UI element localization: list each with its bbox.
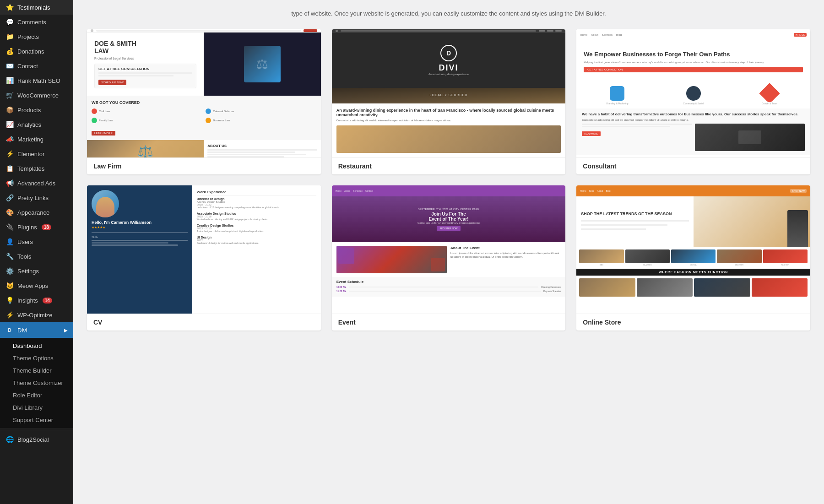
woocommerce-icon: 🛒 (5, 92, 14, 99)
sidebar-label: Users (17, 238, 33, 245)
sidebar-item-testimonials[interactable]: ⭐ Testimonials (0, 0, 73, 15)
marketing-icon: 📣 (5, 135, 14, 143)
sidebar-label: Contact (17, 63, 38, 70)
submenu-item-divi-library[interactable]: Divi Library (0, 401, 73, 414)
sidebar-item-donations[interactable]: 💰 Donations (0, 44, 73, 59)
template-card-consultant[interactable]: Home About Services Blog HIRE US We Empo… (576, 29, 810, 174)
template-card-event[interactable]: Home About Schedule Contact SEPTEMBER 5T… (332, 185, 566, 331)
sidebar-item-pretty-links[interactable]: 🔗 Pretty Links (0, 190, 73, 205)
template-card-law-firm[interactable]: DOE & SMITHLAW Professional Legal Servic… (87, 29, 321, 174)
sidebar-label: Divi (17, 327, 27, 334)
appearance-icon: 🎨 (5, 209, 14, 216)
sidebar-item-settings[interactable]: ⚙️ Settings (0, 264, 73, 278)
sidebar-label: Donations (17, 48, 44, 55)
sidebar-label: Projects (17, 33, 39, 40)
sidebar-label: Meow Apps (17, 282, 48, 289)
products-icon: 📦 (5, 106, 14, 114)
sidebar-item-rank-math[interactable]: 📊 Rank Math SEO (0, 73, 73, 88)
sidebar-label: Plugins (17, 224, 37, 231)
users-icon: 👤 (5, 238, 14, 245)
sidebar-item-insights[interactable]: 💡 Insights 14 (0, 293, 73, 308)
sidebar-item-comments[interactable]: 💬 Comments (0, 15, 73, 29)
sidebar-label: Testimonials (17, 4, 50, 11)
sidebar-item-wp-optimize[interactable]: ⚡ WP-Optimize (0, 308, 73, 322)
blog2social-icon: 🌐 (5, 436, 14, 443)
template-card-online-store[interactable]: Home Shop About Blog SHOP NOW SHOP THE L… (576, 185, 810, 331)
sidebar-item-contact[interactable]: ✉️ Contact (0, 59, 73, 73)
submenu-item-theme-builder[interactable]: Theme Builder (0, 364, 73, 377)
divi-submenu: Dashboard Theme Options Theme Builder Th… (0, 338, 73, 428)
template-preview-restaurant: D DIVI Award-winning dining experience L… (332, 29, 566, 157)
testimonials-icon: ⭐ (5, 4, 14, 11)
sidebar-label: Elementor (17, 151, 44, 157)
sidebar-item-plugins[interactable]: 🔌 Plugins 18 (0, 220, 73, 234)
sidebar-label: Pretty Links (17, 195, 49, 201)
elementor-icon: ⚡ (5, 150, 14, 157)
template-label-restaurant: Restaurant (332, 157, 566, 174)
template-preview-event: Home About Schedule Contact SEPTEMBER 5T… (332, 185, 566, 314)
sidebar-label: Rank Math SEO (17, 77, 60, 84)
submenu-item-dashboard[interactable]: Dashboard (0, 340, 73, 352)
sidebar-item-appearance[interactable]: 🎨 Appearance (0, 205, 73, 220)
template-label-online-store: Online Store (576, 314, 810, 331)
template-label-consultant: Consultant (576, 157, 810, 174)
sidebar-item-products[interactable]: 📦 Products (0, 103, 73, 117)
sidebar-label: Appearance (17, 209, 49, 216)
page-intro-text: type of website. Once your website is ge… (288, 9, 609, 18)
submenu-item-theme-options[interactable]: Theme Options (0, 352, 73, 364)
main-content: type of website. Once your website is ge… (73, 0, 824, 504)
settings-icon: ⚙️ (5, 267, 14, 275)
templates-icon: 📋 (5, 165, 14, 172)
sidebar-item-users[interactable]: 👤 Users (0, 234, 73, 249)
sidebar-label: Templates (17, 165, 44, 172)
sidebar-item-advanced-ads[interactable]: 📢 Advanced Ads (0, 176, 73, 190)
sidebar-label: Products (17, 107, 41, 114)
sidebar-label: Insights (17, 297, 38, 304)
template-label-law-firm: Law Firm (87, 157, 321, 174)
advanced-ads-icon: 📢 (5, 179, 14, 187)
submenu-item-theme-customizer[interactable]: Theme Customizer (0, 377, 73, 389)
divi-arrow-icon: ▶ (64, 328, 68, 333)
template-preview-store: Home Shop About Blog SHOP NOW SHOP THE L… (576, 185, 810, 314)
sidebar-label: Marketing (17, 136, 43, 143)
template-label-cv: CV (87, 314, 321, 331)
contact-icon: ✉️ (5, 62, 14, 70)
template-card-cv[interactable]: Hello, I'm Cameron Williamson ★★★★★ Skil… (87, 185, 321, 331)
sidebar-item-elementor[interactable]: ⚡ Elementor (0, 146, 73, 161)
plugins-icon: 🔌 (5, 223, 14, 231)
sidebar-item-blog2social[interactable]: 🌐 Blog2Social (0, 432, 73, 447)
sidebar-item-analytics[interactable]: 📈 Analytics (0, 117, 73, 132)
submenu-item-role-editor[interactable]: Role Editor (0, 389, 73, 401)
sidebar: ⭐ Testimonials 💬 Comments 📁 Projects 💰 D… (0, 0, 73, 504)
sidebar-label: WP-Optimize (17, 312, 53, 319)
sidebar-item-marketing[interactable]: 📣 Marketing (0, 132, 73, 146)
template-label-event: Event (332, 314, 566, 331)
pretty-links-icon: 🔗 (5, 194, 14, 201)
sidebar-label: Tools (17, 253, 31, 260)
sidebar-item-meow-apps[interactable]: 🐱 Meow Apps (0, 278, 73, 293)
plugins-badge: 18 (42, 224, 51, 230)
sidebar-item-woocommerce[interactable]: 🛒 WooCommerce (0, 88, 73, 103)
template-card-restaurant[interactable]: D DIVI Award-winning dining experience L… (332, 29, 566, 174)
template-preview-law: DOE & SMITHLAW Professional Legal Servic… (87, 29, 321, 157)
template-preview-consultant: Home About Services Blog HIRE US We Empo… (576, 29, 810, 157)
sidebar-label: WooCommerce (17, 92, 59, 99)
sidebar-label: Advanced Ads (17, 180, 55, 187)
meow-apps-icon: 🐱 (5, 282, 14, 289)
comments-icon: 💬 (5, 18, 14, 26)
sidebar-item-divi[interactable]: D Divi ▶ (0, 322, 73, 338)
sidebar-item-tools[interactable]: 🔧 Tools (0, 249, 73, 264)
template-grid: DOE & SMITHLAW Professional Legal Servic… (87, 29, 810, 331)
rank-math-icon: 📊 (5, 77, 14, 84)
sidebar-label: Settings (17, 268, 39, 275)
tools-icon: 🔧 (5, 253, 14, 260)
insights-badge: 14 (43, 298, 52, 303)
submenu-item-support-center[interactable]: Support Center (0, 414, 73, 426)
template-preview-cv: Hello, I'm Cameron Williamson ★★★★★ Skil… (87, 185, 321, 314)
sidebar-item-templates[interactable]: 📋 Templates (0, 161, 73, 176)
projects-icon: 📁 (5, 33, 14, 40)
divi-icon: D (5, 326, 14, 334)
sidebar-item-projects[interactable]: 📁 Projects (0, 29, 73, 44)
sidebar-label: Analytics (17, 121, 41, 128)
wp-optimize-icon: ⚡ (5, 311, 14, 319)
